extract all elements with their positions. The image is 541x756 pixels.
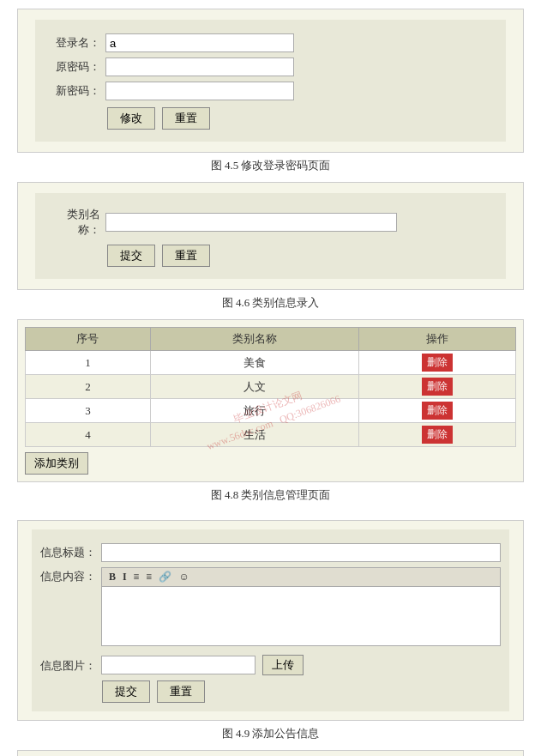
new-password-input[interactable] — [105, 82, 294, 100]
row-id: 4 — [26, 423, 151, 447]
col-action: 操作 — [358, 328, 515, 351]
submit-category-button[interactable]: 提交 — [107, 245, 155, 267]
delete-button[interactable]: 删除 — [422, 378, 453, 396]
reset-ann-button[interactable]: 重置 — [157, 680, 205, 703]
add-category-button[interactable]: 添加类别 — [25, 452, 88, 475]
announcement-add-panel: 信息标题： 信息内容： B I ≡ ≡ 🔗 ☺ — [17, 520, 524, 721]
old-password-row: 原密码： — [49, 57, 492, 76]
category-entry-caption: 图 4.6 类别信息录入 — [17, 295, 524, 311]
login-name-input[interactable] — [105, 33, 294, 52]
old-password-label: 原密码： — [49, 59, 100, 75]
password-caption: 图 4.5 修改登录密码页面 — [17, 158, 524, 173]
ann-btn-row: 提交 重置 — [102, 680, 501, 703]
ann-content-row: 信息内容： B I ≡ ≡ 🔗 ☺ — [40, 567, 501, 650]
login-name-row: 登录名： — [49, 33, 492, 52]
category-mgmt-section: 序号 类别名称 操作 1 美食 删除 2 人文 删除 3 旅行 — [17, 319, 524, 511]
row-action: 删除 — [358, 399, 515, 423]
col-seq: 序号 — [26, 328, 151, 351]
announcement-mgmt-section: 序号 信息标题 信息内容 信息图片 发布时间 操作 1 mmmmmmmmmmmm… — [17, 750, 524, 756]
toolbar-link[interactable]: 🔗 — [157, 571, 173, 584]
toolbar-list2[interactable]: ≡ — [145, 571, 154, 584]
row-name: 人文 — [150, 375, 358, 399]
ann-image-label: 信息图片： — [40, 656, 96, 674]
ann-content-textarea[interactable] — [101, 586, 501, 646]
editor-container: B I ≡ ≡ 🔗 ☺ — [101, 567, 501, 650]
row-id: 3 — [26, 399, 151, 423]
ann-title-row: 信息标题： — [40, 543, 501, 562]
announcement-add-section: 信息标题： 信息内容： B I ≡ ≡ 🔗 ☺ — [17, 520, 524, 741]
ann-title-input[interactable] — [101, 543, 501, 562]
row-action: 删除 — [358, 351, 515, 375]
ann-image-row: 信息图片： 上传 — [40, 655, 501, 675]
modify-button[interactable]: 修改 — [107, 107, 155, 130]
category-mgmt-caption: 图 4.8 类别信息管理页面 — [17, 487, 524, 503]
ann-image-input[interactable] — [101, 656, 255, 674]
editor-toolbar: B I ≡ ≡ 🔗 ☺ — [101, 567, 501, 586]
toolbar-emoji[interactable]: ☺ — [177, 571, 190, 584]
category-name-label: 类别名称： — [49, 207, 100, 238]
category-mgmt-panel: 序号 类别名称 操作 1 美食 删除 2 人文 删除 3 旅行 — [17, 319, 524, 482]
row-name: 生活 — [150, 423, 358, 447]
ann-title-label: 信息标题： — [40, 543, 96, 560]
category-table: 序号 类别名称 操作 1 美食 删除 2 人文 删除 3 旅行 — [25, 327, 516, 447]
row-action: 删除 — [358, 375, 515, 399]
reset-password-button[interactable]: 重置 — [162, 107, 210, 130]
password-panel: 登录名： 原密码： 新密码： 修改 重置 — [17, 9, 524, 153]
password-section: 登录名： 原密码： 新密码： 修改 重置 图 4.5 修改登录密码页面 — [17, 9, 524, 173]
toolbar-list1[interactable]: ≡ — [132, 571, 141, 584]
row-action: 删除 — [358, 423, 515, 447]
row-id: 2 — [26, 375, 151, 399]
login-name-label: 登录名： — [49, 35, 100, 51]
upload-button[interactable]: 上传 — [262, 655, 304, 675]
delete-button[interactable]: 删除 — [422, 354, 453, 372]
toolbar-bold[interactable]: B — [107, 571, 117, 584]
category-entry-btn-row: 提交 重置 — [107, 245, 492, 267]
row-id: 1 — [26, 351, 151, 375]
new-password-label: 新密码： — [49, 83, 100, 99]
password-inner: 登录名： 原密码： 新密码： 修改 重置 — [35, 20, 506, 142]
category-name-row: 类别名称： — [49, 207, 492, 238]
password-btn-row: 修改 重置 — [107, 107, 492, 130]
old-password-input[interactable] — [105, 57, 294, 76]
reset-category-button[interactable]: 重置 — [162, 245, 210, 267]
category-entry-panel: 类别名称： 提交 重置 — [17, 182, 524, 290]
announcement-mgmt-panel: 序号 信息标题 信息内容 信息图片 发布时间 操作 1 mmmmmmmmmmmm… — [17, 750, 524, 756]
toolbar-italic[interactable]: I — [121, 571, 129, 584]
row-name: 美食 — [150, 351, 358, 375]
category-entry-inner: 类别名称： 提交 重置 — [35, 193, 506, 279]
announcement-add-caption: 图 4.9 添加公告信息 — [17, 726, 524, 741]
table-row: 3 旅行 删除 — [26, 399, 516, 423]
table-row: 4 生活 删除 — [26, 423, 516, 447]
announcement-add-inner: 信息标题： 信息内容： B I ≡ ≡ 🔗 ☺ — [32, 529, 509, 711]
ann-content-label: 信息内容： — [40, 567, 96, 584]
submit-ann-button[interactable]: 提交 — [102, 680, 150, 703]
new-password-row: 新密码： — [49, 82, 492, 100]
category-entry-section: 类别名称： 提交 重置 图 4.6 类别信息录入 — [17, 182, 524, 311]
category-name-input[interactable] — [105, 213, 397, 232]
delete-button[interactable]: 删除 — [422, 402, 453, 420]
category-table-header: 序号 类别名称 操作 — [26, 328, 516, 351]
table-row: 1 美食 删除 — [26, 351, 516, 375]
row-name: 旅行 — [150, 399, 358, 423]
col-name: 类别名称 — [150, 328, 358, 351]
table-row: 2 人文 删除 — [26, 375, 516, 399]
delete-button[interactable]: 删除 — [422, 426, 453, 444]
